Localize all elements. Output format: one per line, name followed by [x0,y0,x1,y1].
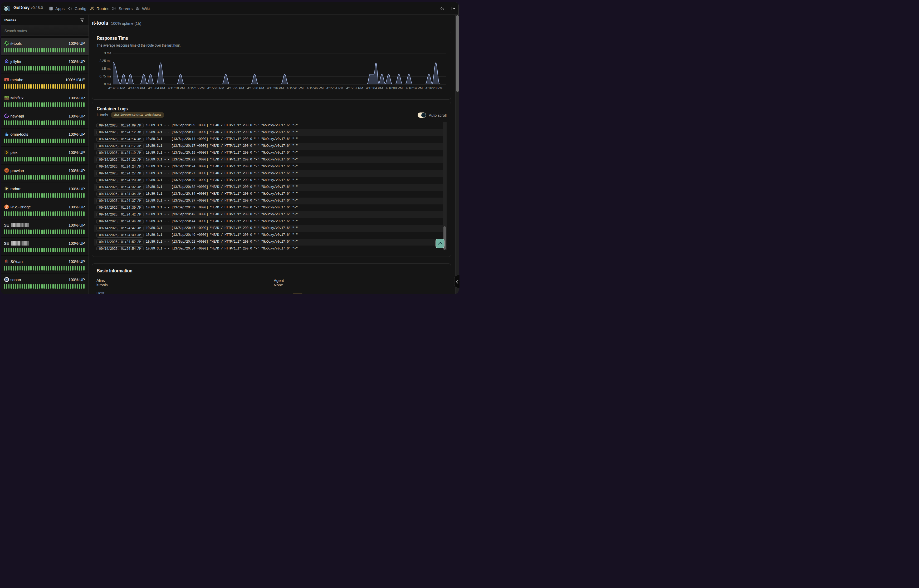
svg-text:Bridge: Bridge [5,208,8,209]
